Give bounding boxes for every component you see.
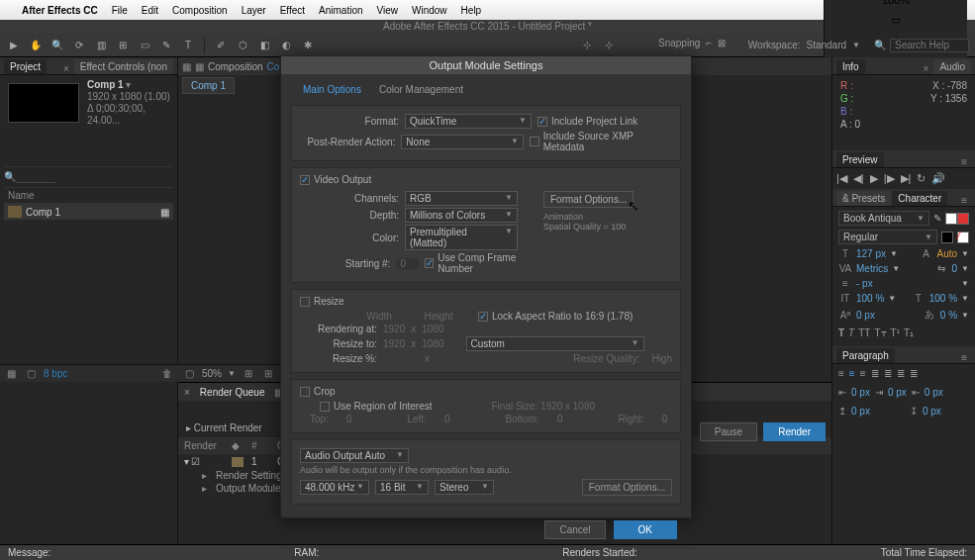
- folder-icon[interactable]: ▦: [160, 207, 169, 218]
- bold-button[interactable]: T: [838, 327, 844, 338]
- align-left-icon[interactable]: ≡: [838, 368, 844, 379]
- superscript-button[interactable]: T¹: [891, 327, 900, 338]
- leading-value[interactable]: Auto: [937, 248, 958, 259]
- play-icon[interactable]: ▶: [870, 172, 878, 185]
- camera-tool-icon[interactable]: ▥: [93, 38, 109, 53]
- lock-aspect-checkbox[interactable]: [478, 312, 488, 322]
- italic-button[interactable]: T: [848, 327, 854, 338]
- stroke-swatch[interactable]: [957, 213, 969, 225]
- zoom-level[interactable]: 50%: [202, 368, 222, 379]
- swap-swatch[interactable]: [941, 232, 953, 243]
- label-header[interactable]: ◆: [232, 440, 244, 451]
- color-management-tab[interactable]: Color Management: [379, 84, 463, 95]
- close-icon[interactable]: ×: [184, 387, 190, 398]
- mute-icon[interactable]: 🔊: [931, 172, 945, 185]
- depth-select[interactable]: Millions of Colors▼: [405, 208, 518, 223]
- menu-animation[interactable]: Animation: [319, 5, 362, 16]
- pause-button[interactable]: Pause: [700, 422, 757, 441]
- panel-menu-icon[interactable]: ≡: [957, 156, 971, 167]
- comp-subtab[interactable]: Comp 1: [182, 77, 235, 94]
- close-icon[interactable]: ×: [59, 63, 73, 74]
- use-comp-checkbox[interactable]: [425, 258, 434, 268]
- kerning[interactable]: Metrics: [856, 263, 888, 274]
- presets-tab[interactable]: & Presets: [836, 191, 891, 206]
- comp-panel-icon[interactable]: ▦: [182, 61, 191, 72]
- expand-icon[interactable]: ▾: [184, 456, 189, 467]
- search-icon[interactable]: 🔍: [4, 171, 16, 182]
- trash-icon[interactable]: 🗑: [160, 368, 174, 380]
- format-options-button[interactable]: Format Options...: [543, 191, 634, 208]
- chevron-down-icon[interactable]: ▼: [852, 41, 860, 49]
- post-render-select[interactable]: None▼: [401, 135, 524, 149]
- project-search-input[interactable]: [16, 171, 55, 183]
- menu-window[interactable]: Window: [412, 5, 447, 16]
- align-right-icon[interactable]: ≡: [860, 368, 866, 379]
- audio-format-options-button[interactable]: Format Options...: [582, 479, 672, 496]
- brush-tool-icon[interactable]: ✐: [213, 38, 229, 53]
- text-tool-icon[interactable]: T: [180, 38, 196, 53]
- menu-layer[interactable]: Layer: [242, 5, 266, 16]
- include-xmp-checkbox[interactable]: [530, 137, 539, 146]
- justify-all-icon[interactable]: ≣: [910, 368, 918, 379]
- fill-swatch[interactable]: [945, 213, 957, 225]
- expand-icon[interactable]: ▸: [186, 422, 191, 433]
- subscript-button[interactable]: T₁: [904, 327, 914, 338]
- render-button[interactable]: Render: [763, 422, 826, 441]
- align-center-icon[interactable]: ≡: [849, 368, 855, 379]
- menu-effect[interactable]: Effect: [280, 5, 305, 16]
- roi-checkbox[interactable]: [320, 402, 330, 412]
- info-tab[interactable]: Info: [836, 59, 865, 74]
- justify-left-icon[interactable]: ≣: [871, 368, 879, 379]
- hscale[interactable]: 100 %: [929, 293, 957, 304]
- comp-thumbnail[interactable]: [8, 83, 79, 123]
- snap-opt-icon[interactable]: ⊠: [718, 38, 726, 53]
- last-frame-icon[interactable]: ▶|: [901, 172, 912, 185]
- folder-icon[interactable]: ▢: [24, 368, 38, 380]
- grid-icon[interactable]: ⊞: [261, 368, 275, 380]
- menu-composition[interactable]: Composition: [172, 5, 228, 16]
- preview-tab[interactable]: Preview: [836, 152, 884, 167]
- render-queue-tab[interactable]: Render Queue: [200, 387, 265, 398]
- menu-help[interactable]: Help: [461, 5, 482, 16]
- battery-icon[interactable]: ▭: [891, 14, 901, 27]
- rotate-tool-icon[interactable]: ⟳: [71, 38, 87, 53]
- resize-preset-select[interactable]: Custom▼: [466, 336, 644, 351]
- baseline[interactable]: 0 px: [856, 310, 875, 321]
- justify-center-icon[interactable]: ≣: [884, 368, 892, 379]
- video-output-checkbox[interactable]: [300, 175, 310, 185]
- bpc-toggle[interactable]: 8 bpc: [44, 368, 67, 379]
- battery[interactable]: 100%: [882, 0, 910, 6]
- label-swatch[interactable]: [232, 457, 244, 467]
- name-column-header[interactable]: Name: [4, 187, 173, 204]
- vscale[interactable]: 100 %: [856, 293, 884, 304]
- snapping-toggle[interactable]: Snapping: [658, 38, 700, 53]
- first-frame-icon[interactable]: |◀: [836, 172, 847, 185]
- zoom-tool-icon[interactable]: 🔍: [49, 38, 65, 53]
- character-tab[interactable]: Character: [892, 191, 947, 206]
- expand-icon[interactable]: ▸: [202, 470, 210, 481]
- ok-button[interactable]: OK: [614, 520, 677, 539]
- expand-icon[interactable]: ▸: [202, 483, 210, 494]
- axis-icon[interactable]: ⊹: [601, 38, 617, 53]
- channels-select[interactable]: RGB▼: [405, 191, 518, 206]
- axis-icon[interactable]: ⊹: [579, 38, 595, 53]
- paragraph-tab[interactable]: Paragraph: [836, 348, 895, 363]
- main-options-tab[interactable]: Main Options: [303, 84, 361, 95]
- font-style-select[interactable]: Regular▼: [838, 230, 937, 244]
- render-checkbox[interactable]: ☑: [191, 456, 200, 467]
- justify-right-icon[interactable]: ≣: [897, 368, 905, 379]
- mag-icon[interactable]: ▢: [182, 368, 196, 380]
- format-select[interactable]: QuickTime▼: [405, 114, 532, 129]
- selection-tool-icon[interactable]: ▶: [6, 38, 22, 53]
- allcaps-button[interactable]: TT: [858, 327, 870, 338]
- tracking[interactable]: 0: [952, 263, 958, 274]
- eyedropper-icon[interactable]: ✎: [933, 213, 941, 224]
- font-size[interactable]: 127 px: [856, 248, 886, 259]
- color-select[interactable]: Premultiplied (Matted)▼: [405, 225, 518, 250]
- roto-tool-icon[interactable]: ◐: [278, 38, 294, 53]
- pen-tool-icon[interactable]: ✎: [158, 38, 174, 53]
- stamp-tool-icon[interactable]: ⬡: [235, 38, 250, 53]
- puppet-tool-icon[interactable]: ✱: [300, 38, 316, 53]
- tsume[interactable]: 0 %: [940, 310, 957, 321]
- chevron-down-icon[interactable]: ▼: [228, 369, 236, 378]
